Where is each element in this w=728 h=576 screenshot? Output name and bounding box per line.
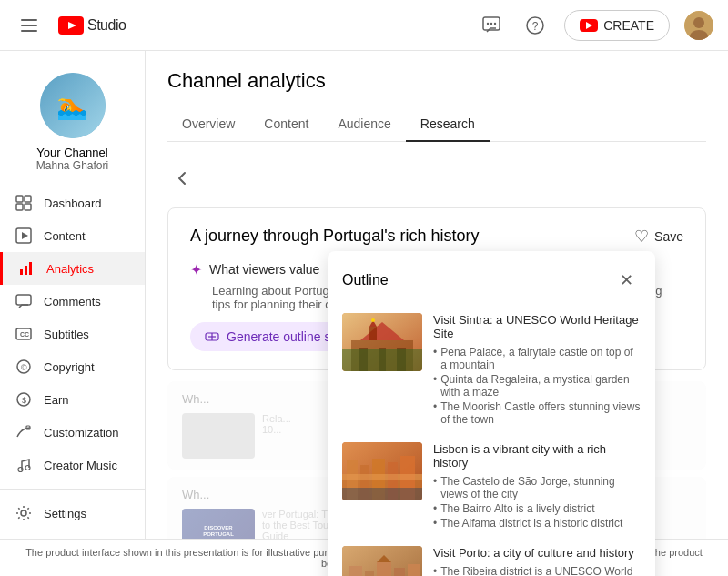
save-button[interactable]: ♡ Save (634, 227, 683, 247)
tab-content[interactable]: Content (249, 107, 323, 142)
svg-text:$: $ (22, 396, 26, 405)
comments-icon (15, 292, 33, 310)
outline-dialog: Outline ✕ (328, 251, 655, 576)
user-avatar[interactable] (684, 11, 713, 40)
svg-rect-16 (16, 204, 23, 210)
header: Studio ? CREATE (0, 0, 728, 51)
outline-header: Outline ✕ (328, 251, 655, 306)
outline-item-2: Visit Porto: a city of culture and histo… (328, 539, 655, 576)
create-video-icon (580, 19, 598, 32)
sidebar-item-analytics[interactable]: Analytics (0, 252, 145, 285)
main-layout: 🏊 Your Channel Mahna Ghafori Dashboard (0, 0, 728, 576)
customization-label: Customization (44, 426, 118, 440)
back-button[interactable] (167, 164, 197, 193)
content-label: Content (44, 229, 86, 243)
comments-label: Comments (44, 295, 101, 308)
channel-name: Your Channel (36, 146, 107, 159)
sidebar-item-subtitles[interactable]: CC Subtitles (0, 318, 145, 350)
earn-label: Earn (44, 393, 68, 407)
chat-icon-btn[interactable] (477, 11, 506, 40)
outline-bullet-2-0: • The Ribeira district is a UNESCO World… (433, 565, 641, 576)
sidebar-item-customization[interactable]: Customization (0, 416, 145, 449)
creator-music-label: Creator Music (44, 459, 117, 472)
analytics-tabs: Overview Content Audience Research (167, 107, 706, 142)
channel-info: 🏊 Your Channel Mahna Ghafori (0, 58, 145, 187)
outline-title: Outline (342, 272, 389, 288)
outline-item-title-1: Lisbon is a vibrant city with a rich his… (433, 442, 641, 470)
outline-close-button[interactable]: ✕ (612, 266, 641, 295)
outline-item-content-2: Visit Porto: a city of culture and histo… (433, 546, 641, 576)
main-header: Channel analytics Overview Content Audie… (146, 51, 728, 142)
outline-bullet-1-0: • The Castelo de São Jorge, stunning vie… (433, 475, 641, 500)
tab-overview[interactable]: Overview (167, 107, 249, 142)
sidebar-item-comments[interactable]: Comments (0, 285, 145, 318)
svg-point-8 (494, 22, 496, 24)
analytics-icon (17, 259, 35, 278)
copyright-label: Copyright (44, 360, 95, 374)
youtube-studio-logo: Studio (58, 16, 126, 35)
outline-bullet-0-1: • Quinta da Regaleira, a mystical garden… (433, 373, 641, 399)
tab-audience[interactable]: Audience (323, 107, 405, 142)
dashboard-icon (15, 194, 33, 212)
svg-rect-14 (16, 196, 23, 202)
svg-rect-23 (16, 295, 31, 305)
svg-rect-59 (365, 571, 374, 576)
header-left: Studio (15, 11, 126, 40)
svg-marker-55 (342, 474, 422, 480)
svg-rect-21 (25, 266, 27, 275)
dashboard-label: Dashboard (44, 197, 102, 210)
create-button[interactable]: CREATE (564, 10, 670, 41)
sidebar-item-settings[interactable]: Settings (0, 497, 145, 530)
outline-bullet-1-2: • The Alfama district is a historic dist… (433, 517, 641, 530)
svg-rect-62 (408, 564, 420, 576)
topic-title: A journey through Portugal's rich histor… (190, 227, 683, 246)
create-label: CREATE (603, 18, 654, 33)
main-content: Channel analytics Overview Content Audie… (146, 51, 728, 576)
creator-music-icon (15, 456, 33, 474)
sidebar-item-dashboard[interactable]: Dashboard (0, 187, 145, 219)
help-icon-btn[interactable]: ? (521, 11, 550, 40)
settings-icon (15, 504, 33, 522)
tab-research[interactable]: Research (406, 107, 490, 142)
sidebar-item-copyright[interactable]: © Copyright (0, 350, 145, 383)
outline-bullet-0-2: • The Moorish Castle offers stunning vie… (433, 400, 641, 426)
subtitles-label: Subtitles (44, 328, 89, 341)
channel-subname: Mahna Ghafori (36, 159, 108, 172)
page-title: Channel analytics (167, 69, 706, 93)
outline-item-title-0: Visit Sintra: a UNESCO World Heritage Si… (433, 313, 641, 340)
heart-icon: ♡ (634, 227, 649, 247)
customization-icon (15, 423, 33, 441)
outline-item-title-2: Visit Porto: a city of culture and histo… (433, 546, 641, 560)
sidebar-item-content[interactable]: Content (0, 219, 145, 252)
earn-icon: $ (15, 390, 33, 409)
svg-rect-1 (21, 25, 37, 26)
svg-rect-15 (25, 196, 31, 202)
svg-rect-20 (20, 269, 23, 275)
svg-rect-58 (349, 566, 362, 576)
svg-point-7 (490, 22, 492, 24)
subtitles-icon: CC (15, 325, 33, 343)
svg-point-42 (371, 318, 375, 322)
channel-avatar[interactable]: 🏊 (40, 73, 106, 138)
svg-rect-17 (25, 204, 31, 210)
svg-rect-40 (369, 327, 377, 340)
sparkle-icon: ✦ (190, 261, 202, 278)
svg-rect-61 (394, 568, 405, 576)
outline-item-0: Visit Sintra: a UNESCO World Heritage Si… (328, 306, 655, 435)
save-label: Save (654, 229, 683, 244)
svg-text:?: ? (532, 19, 539, 32)
sidebar: 🏊 Your Channel Mahna Ghafori Dashboard (0, 51, 146, 576)
sidebar-item-earn[interactable]: $ Earn (0, 383, 145, 416)
svg-rect-54 (342, 488, 422, 500)
outline-thumb-2 (342, 546, 422, 576)
copyright-icon: © (15, 358, 33, 376)
studio-label: Studio (87, 17, 126, 34)
outline-bullet-0-0: • Pena Palace, a fairytale castle on top… (433, 346, 641, 371)
sidebar-item-creator-music[interactable]: Creator Music (0, 449, 145, 481)
svg-point-33 (21, 510, 26, 516)
hamburger-menu[interactable] (15, 11, 44, 40)
svg-rect-46 (342, 349, 422, 371)
outline-item-1: Lisbon is a vibrant city with a rich his… (328, 435, 655, 539)
svg-rect-0 (21, 19, 37, 21)
header-right: ? CREATE (477, 10, 713, 41)
